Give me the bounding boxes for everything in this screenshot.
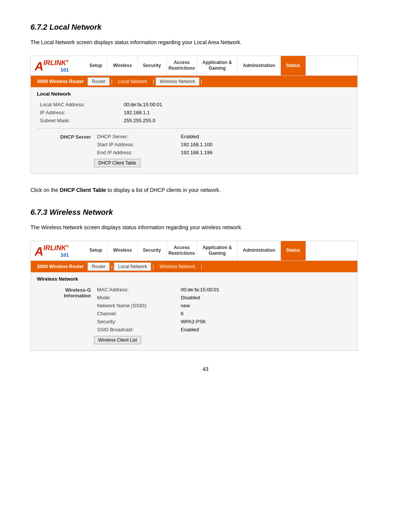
nav-access-2[interactable]: AccessRestrictions <box>167 241 197 260</box>
subbar-sep-3: | <box>200 79 203 84</box>
nav-security-2[interactable]: Security <box>138 241 167 260</box>
field-value: 192.168.1.199 <box>178 149 351 157</box>
field-value: 00:de:fa:15:00:01 <box>121 101 351 109</box>
router-logo-1: A IRLINK® 101 <box>31 56 84 75</box>
router-name-2: 300N Wireless Router <box>34 263 87 270</box>
nav-setup-1[interactable]: Setup <box>84 56 108 75</box>
field-value: 192.168.1.1 <box>121 109 351 117</box>
section2-desc: The Wireless Network screen displays sta… <box>30 224 381 232</box>
subbar-sep-6: | <box>200 264 203 269</box>
field-value: Enabled <box>178 133 351 141</box>
nav-wireless-2[interactable]: Wireless <box>108 241 137 260</box>
field-label: DHCP Server: <box>94 133 178 141</box>
subbar-router-2[interactable]: Router <box>88 262 110 271</box>
local-network-table: Local MAC Address: 00:de:fa:15:00:01 IP … <box>37 101 351 125</box>
table-row: Network Name (SSID): new <box>94 302 351 310</box>
nav-status-2[interactable]: Status <box>281 241 306 260</box>
router-nav-2: Setup Wireless Security AccessRestrictio… <box>84 241 357 260</box>
section2-title: 6.7.3 Wireless Network <box>30 208 381 217</box>
click-desc-pre: Click on the <box>30 187 60 193</box>
field-label: Start IP Address: <box>94 141 178 149</box>
wireless-right-col: MAC Address: 00:de:fa:15:00:01 Mode: Dis… <box>94 286 351 344</box>
dhcp-client-table-button[interactable]: DHCP Client Table <box>94 159 140 167</box>
field-label: End IP Address: <box>94 149 178 157</box>
nav-admin-2[interactable]: Administration <box>237 241 281 260</box>
logo-irlink: IRLINK® <box>43 59 69 67</box>
logo-a-icon-2: A <box>35 245 43 257</box>
wireless-section: Wireless-G Information MAC Address: 00:d… <box>37 286 351 344</box>
router-name-1: 300N Wireless Router <box>34 78 87 85</box>
field-value: 00:de:fa:15:00:01 <box>178 286 351 294</box>
divider-1 <box>37 128 351 129</box>
subbar-sep-1: | <box>110 79 113 84</box>
table-row: End IP Address: 192.168.1.199 <box>94 149 351 157</box>
field-label: SSID Broadcast: <box>94 326 178 334</box>
nav-security-1[interactable]: Security <box>138 56 167 75</box>
wireless-client-list-button[interactable]: Wireless Client List <box>94 336 141 344</box>
nav-status-1[interactable]: Status <box>281 56 306 75</box>
field-label: Network Name (SSID): <box>94 302 178 310</box>
field-value: Disabled <box>178 294 351 302</box>
table-row: MAC Address: 00:de:fa:15:00:01 <box>94 286 351 294</box>
subbar-sep-5: | <box>152 264 155 269</box>
field-value: 192.168.1.100 <box>178 141 351 149</box>
table-row: Start IP Address: 192.168.1.100 <box>94 141 351 149</box>
router-topnav-2: A IRLINK® 101 Setup Wireless Security Ac… <box>31 241 357 261</box>
wireless-table: MAC Address: 00:de:fa:15:00:01 Mode: Dis… <box>94 286 351 334</box>
table-row: Channel: 6 <box>94 310 351 318</box>
router-subbar-2: 300N Wireless Router Router | Local Netw… <box>31 261 357 272</box>
router-topnav-1: A IRLINK® 101 Setup Wireless Security Ac… <box>31 56 357 76</box>
nav-appgaming-2[interactable]: Application &Gaming <box>197 241 237 260</box>
content-title-1: Local Network <box>37 91 351 97</box>
nav-access-1[interactable]: AccessRestrictions <box>167 56 197 75</box>
subbar-localnet-2[interactable]: Local Network <box>114 262 151 271</box>
field-value: 6 <box>178 310 351 318</box>
nav-appgaming-label-2: Application &Gaming <box>202 245 232 257</box>
field-value: new <box>178 302 351 310</box>
field-label: Local MAC Address: <box>37 101 121 109</box>
nav-appgaming-1[interactable]: Application &Gaming <box>197 56 237 75</box>
field-value: Enabled <box>178 326 351 334</box>
field-label: Security: <box>94 318 178 326</box>
click-desc-post: to display a list of DHCP clients in you… <box>106 187 221 193</box>
field-label: Channel: <box>94 310 178 318</box>
logo-101-2: 101 <box>61 252 69 257</box>
subbar-sep-2: | <box>152 79 155 84</box>
section1-desc: The Local Network screen displays status… <box>30 38 381 46</box>
table-row: IP Address: 192.168.1.1 <box>37 109 351 117</box>
table-row: SSID Broadcast: Enabled <box>94 326 351 334</box>
nav-appgaming-label-1: Application &Gaming <box>202 60 232 72</box>
subbar-wirelessnet-1[interactable]: Wireless Network <box>156 77 199 86</box>
router-content-1: Local Network Local MAC Address: 00:de:f… <box>31 87 357 173</box>
field-value: WPA2-PSK <box>178 318 351 326</box>
dhcp-table: DHCP Server: Enabled Start IP Address: 1… <box>94 133 351 157</box>
dhcp-section: DHCP Server DHCP Server: Enabled Start I… <box>37 133 351 167</box>
field-label: MAC Address: <box>94 286 178 294</box>
field-label: Mode: <box>94 294 178 302</box>
subbar-wirelessnet-2[interactable]: Wireless Network <box>156 262 199 271</box>
table-row: Local MAC Address: 00:de:fa:15:00:01 <box>37 101 351 109</box>
subbar-localnet-1[interactable]: Local Network <box>114 77 151 86</box>
router-nav-1: Setup Wireless Security AccessRestrictio… <box>84 56 357 75</box>
logo-a-icon: A <box>35 60 43 72</box>
section1-title: 6.7.2 Local Network <box>30 23 381 32</box>
content-title-2: Wireless Network <box>37 276 351 282</box>
nav-wireless-1[interactable]: Wireless <box>108 56 137 75</box>
nav-access-label-1: AccessRestrictions <box>169 60 195 72</box>
router-ui-1: A IRLINK® 101 Setup Wireless Security Ac… <box>30 56 358 174</box>
field-label: IP Address: <box>37 109 121 117</box>
field-label: Subnet Mask: <box>37 117 121 125</box>
click-desc-bold: DHCP Client Table <box>60 187 106 193</box>
subbar-sep-4: | <box>110 264 113 269</box>
table-row: DHCP Server: Enabled <box>94 133 351 141</box>
logo-101: 101 <box>61 67 69 72</box>
subbar-router-1[interactable]: Router <box>88 77 110 86</box>
dhcp-right-col: DHCP Server: Enabled Start IP Address: 1… <box>94 133 351 167</box>
router-content-2: Wireless Network Wireless-G Information … <box>31 272 357 350</box>
nav-admin-1[interactable]: Administration <box>237 56 281 75</box>
nav-setup-2[interactable]: Setup <box>84 241 108 260</box>
click-description: Click on the DHCP Client Table to displa… <box>30 186 381 194</box>
page-number: 43 <box>30 366 381 372</box>
table-row: Subnet Mask: 255.255.255.0 <box>37 117 351 125</box>
field-value: 255.255.255.0 <box>121 117 351 125</box>
